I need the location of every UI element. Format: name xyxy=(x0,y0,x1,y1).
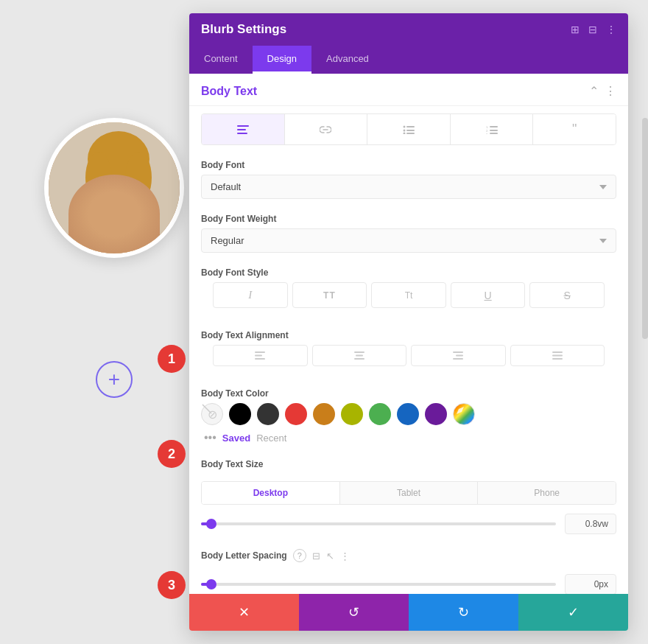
badge-1: 1 xyxy=(158,345,186,373)
body-text-size-row: Body Text Size xyxy=(189,452,628,481)
recent-btn[interactable]: Recent xyxy=(256,433,286,444)
svg-rect-36 xyxy=(552,355,563,357)
swatch-green[interactable] xyxy=(369,403,391,425)
svg-point-18 xyxy=(403,132,405,134)
tab-content[interactable]: Content xyxy=(189,46,253,74)
help-icon[interactable]: ? xyxy=(293,549,306,562)
swatch-orange[interactable] xyxy=(313,403,335,425)
svg-point-14 xyxy=(403,125,405,127)
swatch-yellow-green[interactable] xyxy=(341,403,363,425)
body-letter-spacing-slider[interactable] xyxy=(201,583,556,586)
size-tab-desktop[interactable]: Desktop xyxy=(202,482,340,504)
svg-rect-21 xyxy=(490,126,498,127)
body-font-weight-select[interactable]: Regular Bold Light Medium xyxy=(201,228,616,253)
body-letter-spacing-value[interactable]: 0px xyxy=(565,574,616,594)
scrollbar[interactable] xyxy=(642,118,648,339)
strikethrough-btn[interactable]: S xyxy=(529,282,605,308)
svg-point-5 xyxy=(125,152,152,203)
section-actions: ⌃ ⋮ xyxy=(589,84,616,98)
alignment-buttons xyxy=(201,345,616,374)
svg-point-9 xyxy=(96,189,108,196)
svg-text:3.: 3. xyxy=(486,133,488,134)
svg-rect-32 xyxy=(453,351,463,353)
format-toolbar: 1.2.3. " xyxy=(201,113,616,145)
svg-rect-37 xyxy=(552,358,563,360)
body-font-row: Body Font Default Open Sans Roboto Lato xyxy=(189,153,628,206)
chevron-up-icon[interactable]: ⌃ xyxy=(589,84,599,98)
svg-point-6 xyxy=(74,222,163,253)
cursor-icon[interactable]: ↖ xyxy=(326,550,334,561)
color-swatches xyxy=(201,403,616,425)
svg-rect-23 xyxy=(490,130,498,131)
body-letter-spacing-label: Body Letter Spacing xyxy=(201,550,287,561)
tab-bar: Content Design Advanced xyxy=(189,46,628,74)
svg-rect-33 xyxy=(456,355,463,357)
body-text-size-value[interactable]: 0.8vw xyxy=(565,514,616,534)
body-text-color-label: Body Text Color xyxy=(201,388,616,399)
body-text-size-slider[interactable] xyxy=(201,522,556,525)
italic-btn[interactable]: I xyxy=(213,282,288,308)
section-header: Body Text ⌃ ⋮ xyxy=(189,74,628,106)
body-font-style-row: Body Font Style I TT Tt U S xyxy=(189,260,628,323)
avatar-image xyxy=(49,122,180,253)
body-font-select[interactable]: Default Open Sans Roboto Lato xyxy=(201,175,616,199)
avatar xyxy=(44,118,184,258)
cancel-button[interactable]: ✕ xyxy=(189,594,299,631)
swatch-picker[interactable] xyxy=(453,403,475,425)
align-right-btn[interactable] xyxy=(411,345,506,366)
swatch-purple[interactable] xyxy=(425,403,447,425)
save-button[interactable]: ✓ xyxy=(518,594,628,631)
align-left-btn[interactable] xyxy=(213,345,308,366)
svg-rect-34 xyxy=(453,358,463,360)
swatch-blue[interactable] xyxy=(397,403,419,425)
swatch-dark-gray[interactable] xyxy=(257,403,279,425)
panel-content: Body Text ⌃ ⋮ 1.2.3. " Body Font xyxy=(189,74,628,594)
uppercase-btn[interactable]: TT xyxy=(292,282,367,308)
panel-title: Blurb Settings xyxy=(201,22,286,37)
more-icon[interactable]: ⋮ xyxy=(606,24,616,35)
size-tab-tablet[interactable]: Tablet xyxy=(340,482,479,504)
format-quote-btn[interactable]: " xyxy=(533,114,616,144)
device-icon[interactable]: ⊟ xyxy=(312,550,320,561)
format-link-btn[interactable] xyxy=(285,114,368,144)
svg-point-10 xyxy=(129,189,141,196)
lowercase-btn[interactable]: Tt xyxy=(371,282,446,308)
body-letter-spacing-slider-row: 0px xyxy=(189,565,628,594)
body-text-size-label: Body Text Size xyxy=(201,459,616,469)
svg-point-16 xyxy=(403,129,405,131)
svg-rect-12 xyxy=(237,129,246,130)
underline-btn[interactable]: U xyxy=(451,282,526,308)
header-icons: ⊞ ⊟ ⋮ xyxy=(571,24,616,35)
svg-rect-28 xyxy=(255,358,265,360)
align-justify-btn[interactable] xyxy=(510,345,605,366)
section-title: Body Text xyxy=(201,85,257,98)
add-button[interactable]: + xyxy=(96,361,133,398)
svg-rect-11 xyxy=(237,125,249,127)
swatch-black[interactable] xyxy=(229,403,251,425)
saved-btn[interactable]: Saved xyxy=(222,433,250,444)
svg-point-7 xyxy=(105,178,113,187)
format-list-ol-btn[interactable]: 1.2.3. xyxy=(451,114,534,144)
tab-design[interactable]: Design xyxy=(253,46,311,74)
tab-advanced[interactable]: Advanced xyxy=(311,46,384,74)
settings-panel: Blurb Settings ⊞ ⊟ ⋮ Content Design Adva… xyxy=(189,13,628,631)
body-font-weight-row: Body Font Weight Regular Bold Light Medi… xyxy=(189,206,628,260)
grid-icon[interactable]: ⊟ xyxy=(588,24,597,35)
format-align-btn[interactable] xyxy=(202,114,285,144)
expand-icon[interactable]: ⊞ xyxy=(571,24,580,35)
align-center-btn[interactable] xyxy=(312,345,407,366)
size-tab-phone[interactable]: Phone xyxy=(478,482,616,504)
svg-rect-19 xyxy=(406,133,415,134)
swatch-transparent[interactable] xyxy=(201,403,223,425)
swatch-red[interactable] xyxy=(285,403,307,425)
svg-rect-29 xyxy=(354,351,364,353)
section-more-icon[interactable]: ⋮ xyxy=(605,84,616,98)
redo-button[interactable]: ↻ xyxy=(409,594,518,631)
dots-icon[interactable]: ••• xyxy=(204,431,216,444)
reset-button[interactable]: ↺ xyxy=(299,594,409,631)
svg-rect-26 xyxy=(255,351,265,353)
body-font-weight-label: Body Font Weight xyxy=(201,214,616,224)
badge-2: 2 xyxy=(158,440,186,468)
format-list-ul-btn[interactable] xyxy=(367,114,451,144)
more-options-icon[interactable]: ⋮ xyxy=(340,550,350,561)
